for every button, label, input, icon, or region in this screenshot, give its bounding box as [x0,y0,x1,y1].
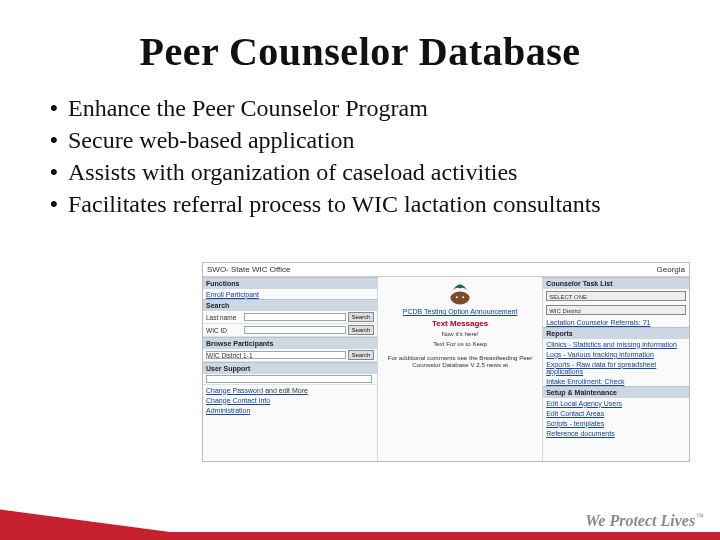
svg-point-0 [450,292,469,305]
announcement-body: For additional comments see the Breastfe… [381,354,539,370]
trademark-icon: ™ [695,512,704,521]
app-header: SWO- State WIC Office Georgia [203,263,689,277]
panel-header-tasklist: Counselor Task List [543,277,689,289]
announcement-line: Text For us to Keep [433,340,487,348]
panel-header-browse: Browse Participants [203,337,377,349]
maint-scripts-link[interactable]: Scripts - templates [543,418,689,428]
wic-district-dropdown[interactable]: WIC District [546,305,686,315]
bullet-icon: • [50,189,68,219]
right-panel: Counselor Task List SELECT ONE WIC Distr… [543,277,689,461]
panel-header-usersupport: User Support [203,362,377,374]
bullet-text: Enhance the Peer Counselor Program [68,93,428,123]
svg-point-1 [456,296,458,298]
administration-link[interactable]: Administration [203,405,377,415]
bullet-icon: • [50,93,68,123]
text-messages-heading: Text Messages [432,319,488,328]
bullet-icon: • [50,157,68,187]
report-logs-link[interactable]: Logs - Various tracking information [543,349,689,359]
center-panel: PCDB Testing Option Announcement Text Me… [378,277,543,461]
change-password-link[interactable]: Change Password and edit More [203,385,377,395]
footer-wedge-shape [0,510,170,533]
report-clinics-link[interactable]: Clinics - Statistics and missing informa… [543,339,689,349]
app-title: SWO- State WIC Office [207,265,290,274]
panel-header-reports: Reports [543,327,689,339]
panel-header-functions: Functions [203,277,377,289]
search-button[interactable]: Search [348,325,374,335]
bullet-item: • Secure web-based application [50,125,670,155]
footer-red-bar [0,532,720,540]
app-screenshot: SWO- State WIC Office Georgia Functions … [202,262,690,462]
search-lastname-row: Last name Search [203,311,377,324]
app-logo-icon [447,282,473,306]
browse-row: WIC District 1-1 Search [203,349,377,362]
search-button[interactable]: Search [348,312,374,322]
label-lastname: Last name [206,314,244,321]
bullet-text: Facilitates referral process to WIC lact… [68,189,601,219]
tagline: We Protect Lives™ [585,512,704,530]
change-contact-link[interactable]: Change Contact Info [203,395,377,405]
announcement-title[interactable]: PCDB Testing Option Announcement [403,308,518,315]
report-exports-link[interactable]: Exports - Raw data for spreadsheet appli… [543,359,689,376]
left-panel: Functions Enroll Participant Search Last… [203,277,378,461]
bullet-list: • Enhance the Peer Counselor Program • S… [50,93,670,219]
slide-title: Peer Counselor Database [0,0,720,75]
support-select-row [203,374,377,385]
slide: Peer Counselor Database • Enhance the Pe… [0,0,720,540]
announcement-line: Now it's here! [441,330,478,338]
select-one-dropdown[interactable]: SELECT ONE [546,291,686,301]
panel-header-maintenance: Setup & Maintenance [543,386,689,398]
bullet-text: Assists with organization of caseload ac… [68,157,517,187]
svg-point-2 [462,296,464,298]
bullet-item: • Assists with organization of caseload … [50,157,670,187]
maint-edit-local-link[interactable]: Edit Local Agency Users [543,398,689,408]
lastname-input[interactable] [244,313,346,321]
bullet-item: • Facilitates referral process to WIC la… [50,189,670,219]
bullet-icon: • [50,125,68,155]
enroll-link[interactable]: Enroll Participant [203,289,377,299]
app-state: Georgia [657,265,685,274]
maint-reference-link[interactable]: Reference documents [543,428,689,438]
label-wicid: WIC ID [206,327,244,334]
report-intake-link[interactable]: Intake Enrollment: Check [543,376,689,386]
support-select[interactable] [206,375,372,383]
search-wicid-row: WIC ID Search [203,324,377,337]
lactation-referrals-link[interactable]: Lactation Counselor Referrals: 71 [543,317,689,327]
bullet-text: Secure web-based application [68,125,355,155]
search-button[interactable]: Search [348,350,374,360]
district-select[interactable]: WIC District 1-1 [206,351,346,359]
wicid-input[interactable] [244,326,346,334]
bullet-item: • Enhance the Peer Counselor Program [50,93,670,123]
maint-edit-contact-link[interactable]: Edit Contact Areas [543,408,689,418]
panel-header-search: Search [203,299,377,311]
